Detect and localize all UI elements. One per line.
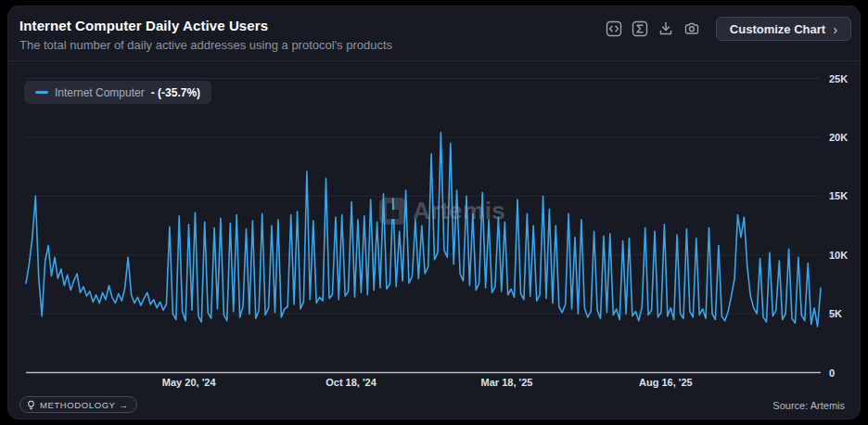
x-axis-tick-label: May 20, '24 xyxy=(162,377,216,388)
y-axis-labels: 25K20K15K10K5K0 xyxy=(829,78,861,373)
embed-code-icon[interactable] xyxy=(605,19,623,38)
y-axis-tick-label: 20K xyxy=(829,132,848,143)
y-axis-tick-label: 10K xyxy=(829,250,848,261)
chart-header: Internet Computer Daily Active Users The… xyxy=(8,6,860,61)
legend-change-badge: - (-35.7%) xyxy=(151,86,200,99)
page-subtitle: The total number of daily active address… xyxy=(19,38,392,52)
chevron-right-icon: › xyxy=(833,22,837,36)
x-axis-tick-label: Mar 18, '25 xyxy=(481,377,533,388)
legend-series-dash-icon xyxy=(35,91,48,94)
download-icon[interactable] xyxy=(657,19,675,38)
x-axis-tick-label: Oct 18, '24 xyxy=(326,377,377,388)
methodology-button[interactable]: METHODOLOGY → xyxy=(19,396,137,413)
lightbulb-icon xyxy=(26,400,36,410)
formula-sigma-icon[interactable] xyxy=(631,19,649,38)
y-axis-tick-label: 0 xyxy=(829,367,835,379)
legend-chip[interactable]: Internet Computer - (-35.7%) xyxy=(24,81,211,104)
customize-chart-button[interactable]: Customize Chart › xyxy=(716,17,851,41)
page-title: Internet Computer Daily Active Users xyxy=(19,18,268,33)
toolbar: Customize Chart › xyxy=(605,16,851,42)
customize-chart-label: Customize Chart xyxy=(730,22,825,36)
legend-series-name: Internet Computer xyxy=(55,86,145,99)
chart-card: Internet Computer Daily Active Users The… xyxy=(7,6,861,419)
y-axis-tick-label: 25K xyxy=(829,73,848,84)
chart-svg xyxy=(26,78,821,373)
chart-plot-area[interactable] xyxy=(26,78,821,373)
methodology-label: METHODOLOGY xyxy=(40,400,116,410)
y-axis-tick-label: 5K xyxy=(829,308,842,319)
y-axis-tick-label: 15K xyxy=(829,190,848,201)
camera-icon[interactable] xyxy=(683,19,701,38)
x-axis-labels: May 20, '24Oct 18, '24Mar 18, '25Aug 16,… xyxy=(26,377,821,390)
x-axis-tick-label: Aug 16, '25 xyxy=(639,377,693,388)
arrow-right-icon: → xyxy=(120,400,129,410)
source-attribution: Source: Artemis xyxy=(772,400,845,411)
